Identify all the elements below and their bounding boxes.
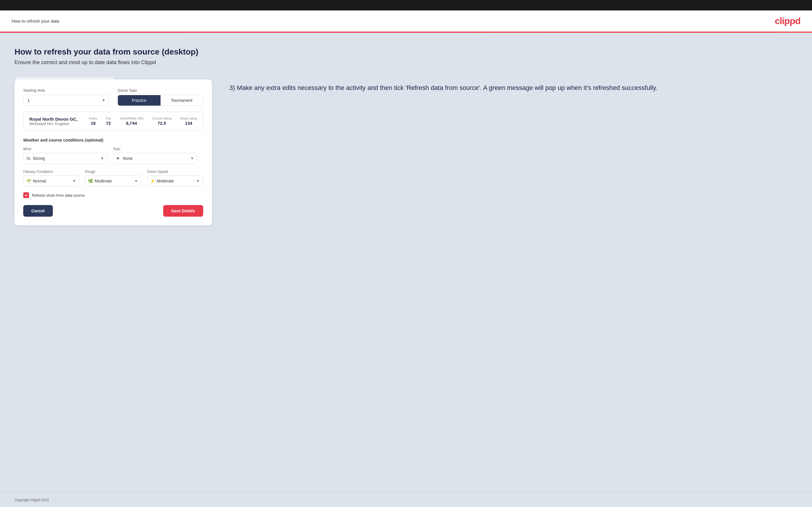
rain-label: Rain — [113, 147, 197, 151]
tournament-button[interactable]: Tournament — [160, 95, 203, 106]
refresh-checkbox-label: Refresh shots from data source — [32, 193, 85, 198]
green-speed-select[interactable]: Moderate — [147, 175, 203, 186]
fairway-group: Fairway Conditions 🌱 Normal ▼ — [23, 170, 79, 186]
footer: Copyright Clippd 2022 — [0, 492, 812, 507]
fairway-select-wrapper: 🌱 Normal ▼ — [23, 175, 79, 186]
page-subheading: Ensure the correct and most up to date d… — [14, 59, 798, 65]
green-speed-select-wrapper: ⚡ Moderate ▼ — [147, 175, 203, 186]
par-label: Par — [106, 117, 111, 120]
par-value: 72 — [106, 121, 111, 126]
conditions-title: Weather and course conditions (optional) — [23, 138, 203, 143]
wind-group: Wind 🌬 Strong ▼ — [23, 147, 107, 164]
top-bar — [0, 0, 812, 10]
rough-group: Rough 🌿 Moderate ▼ — [85, 170, 141, 186]
rough-select[interactable]: Moderate — [85, 175, 141, 186]
game-type-label: Game Type — [117, 88, 203, 93]
rain-select-wrapper: ☀ None ▼ — [113, 153, 197, 164]
rain-select[interactable]: None — [113, 153, 197, 164]
rough-select-wrapper: 🌿 Moderate ▼ — [85, 175, 141, 186]
fairway-label: Fairway Conditions — [23, 170, 79, 174]
stat-slope-rating: Slope rating 134 — [180, 117, 197, 126]
holes-value: 18 — [91, 121, 96, 126]
stat-par: Par 72 — [106, 117, 111, 126]
course-location: Westward Ho!, England — [29, 121, 78, 126]
game-type-toggle: Practice Tournament — [117, 95, 203, 106]
side-info-text: 3) Make any extra edits necessary to the… — [230, 83, 798, 93]
yards-label: Yards/White (M)) — [119, 117, 143, 120]
form-actions: Cancel Save Details — [23, 205, 203, 217]
yards-value: 6,744 — [126, 121, 137, 126]
logo: clippd — [775, 16, 800, 26]
starting-hole-group: Starting Hole 1 ▼ — [23, 88, 109, 106]
holes-label: Holes — [89, 117, 97, 120]
course-details: Royal North Devon GC, Westward Ho!, Engl… — [29, 117, 78, 126]
slope-rating-label: Slope rating — [180, 117, 197, 120]
course-rating-label: Course rating — [152, 117, 171, 120]
form-panel: Starting Hole 1 ▼ Game Type Practice To — [14, 79, 212, 225]
starting-hole-label: Starting Hole — [23, 88, 109, 93]
main-content: How to refresh your data from source (de… — [0, 33, 812, 492]
header: How to refresh your data clippd — [0, 10, 812, 33]
refresh-checkbox[interactable] — [23, 192, 29, 198]
game-type-group: Game Type Practice Tournament — [117, 88, 203, 106]
stat-holes: Holes 18 — [89, 117, 97, 126]
green-speed-label: Green Speed — [147, 170, 203, 174]
stat-yards: Yards/White (M)) 6,744 — [119, 117, 143, 126]
rough-label: Rough — [85, 170, 141, 174]
fairway-select[interactable]: Normal — [23, 175, 79, 186]
wind-select[interactable]: Strong — [23, 153, 107, 164]
starting-hole-select[interactable]: 1 — [23, 95, 109, 106]
course-name: Royal North Devon GC, — [29, 117, 78, 121]
slope-rating-value: 134 — [185, 121, 192, 126]
refresh-checkbox-row: Refresh shots from data source — [23, 192, 203, 198]
starting-hole-select-wrapper: 1 ▼ — [23, 95, 109, 106]
side-info: 3) Make any extra edits necessary to the… — [230, 77, 798, 484]
green-speed-group: Green Speed ⚡ Moderate ▼ — [147, 170, 203, 186]
wind-rain-row: Wind 🌬 Strong ▼ Rain ☀ — [23, 147, 203, 164]
wind-label: Wind — [23, 147, 107, 151]
cancel-button[interactable]: Cancel — [23, 205, 53, 217]
stat-course-rating: Course rating 72.5 — [152, 117, 171, 126]
content-area: Starting Hole 1 ▼ Game Type Practice To — [14, 77, 798, 484]
page-heading: How to refresh your data from source (de… — [14, 47, 798, 57]
course-rating-value: 72.5 — [158, 121, 166, 126]
wind-select-wrapper: 🌬 Strong ▼ — [23, 153, 107, 164]
top-fields-row: Starting Hole 1 ▼ Game Type Practice To — [23, 88, 203, 106]
course-stats: Holes 18 Par 72 Yards/White (M)) 6,744 — [89, 117, 197, 126]
copyright-text: Copyright Clippd 2022 — [14, 498, 49, 502]
fairway-rough-green-row: Fairway Conditions 🌱 Normal ▼ Rough 🌿 — [23, 170, 203, 186]
save-button[interactable]: Save Details — [163, 205, 204, 217]
course-info-box: Royal North Devon GC, Westward Ho!, Engl… — [23, 112, 203, 131]
form-container: Starting Hole 1 ▼ Game Type Practice To — [14, 77, 212, 484]
header-title: How to refresh your data — [12, 18, 59, 23]
rain-group: Rain ☀ None ▼ — [113, 147, 197, 164]
checkmark-icon — [24, 193, 28, 197]
practice-button[interactable]: Practice — [118, 95, 160, 106]
